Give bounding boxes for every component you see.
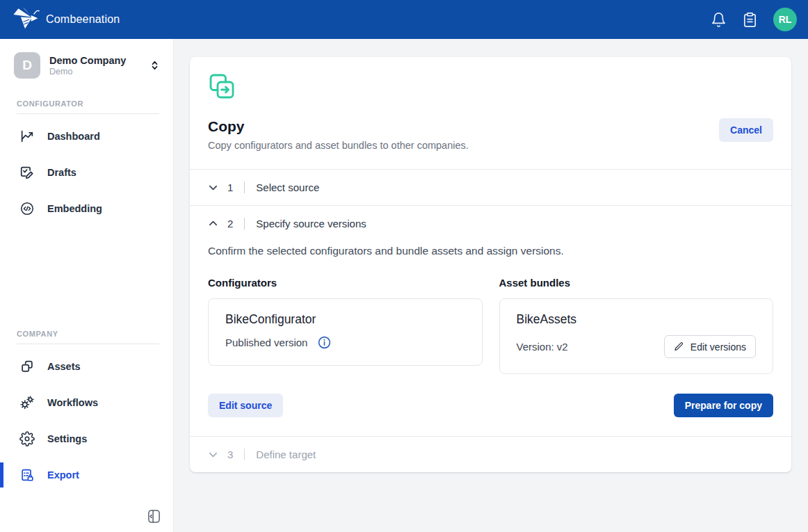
collapse-sidebar-icon[interactable]: [143, 505, 165, 528]
section-label-configurator: CONFIGURATOR: [17, 99, 159, 108]
chevron-down-icon: [208, 449, 218, 460]
step-label: Define target: [256, 449, 316, 460]
company-avatar: D: [14, 52, 40, 79]
step-number: 3: [227, 449, 233, 460]
draft-pencil-icon: [19, 165, 35, 180]
card-title-row: Copy Copy configurators and asset bundle…: [208, 118, 773, 151]
sidebar-item-dashboard[interactable]: Dashboard: [0, 118, 173, 154]
section-divider: [17, 344, 159, 344]
step-number: 1: [227, 182, 233, 193]
user-avatar[interactable]: RL: [773, 8, 797, 31]
chevron-up-icon: [208, 218, 218, 229]
sidebar-item-label: Embedding: [47, 203, 102, 214]
asset-bundle-name: BikeAssets: [517, 312, 757, 327]
configurator-name: BikeConfigurator: [225, 312, 465, 327]
chart-line-icon: [19, 129, 35, 144]
step2-description: Confirm the selected configurators and b…: [208, 245, 773, 257]
sidebar-item-label: Export: [47, 469, 79, 481]
nav-section-company: COMPANY Assets: [0, 330, 173, 493]
sidebar-item-label: Dashboard: [47, 131, 100, 142]
body-row: D Demo Company Demo CONFIGURATOR: [0, 39, 808, 532]
asset-bundle-version-row: Version: v2 E: [517, 335, 757, 358]
copy-arrow-icon: [208, 72, 236, 100]
asset-bundle-item-card: BikeAssets Version: v2: [499, 298, 774, 374]
asset-bundle-version-label: Version: v2: [517, 341, 568, 353]
section-divider: [17, 113, 159, 114]
step-label: Select source: [256, 182, 319, 193]
page-title: Copy: [208, 118, 469, 135]
configurator-item-card: BikeConfigurator Published version: [208, 298, 483, 366]
company-selector[interactable]: D Demo Company Demo: [0, 52, 173, 79]
card-header: Copy Copy configurators and asset bundle…: [190, 57, 791, 169]
configurators-header: Configurators: [208, 277, 483, 289]
step-separator: [244, 449, 245, 460]
step-label: Specify source versions: [256, 218, 366, 229]
cancel-button[interactable]: Cancel: [719, 118, 773, 142]
main-content: Copy Copy configurators and asset bundle…: [174, 39, 808, 532]
step-number: 2: [227, 218, 233, 229]
sidebar-item-label: Workflows: [47, 397, 98, 408]
step-separator: [244, 218, 245, 229]
prepare-for-copy-button[interactable]: Prepare for copy: [674, 394, 773, 417]
info-icon[interactable]: [317, 335, 332, 350]
notifications-bell-icon[interactable]: [711, 12, 727, 28]
asset-bundles-header: Asset bundles: [499, 277, 774, 289]
app-root: Combeenation RL: [0, 0, 808, 532]
step-specify-source-versions: 2Specify source versions Confirm the sel…: [190, 205, 791, 436]
company-name: Demo Company: [49, 55, 140, 66]
sidebar-item-label: Drafts: [47, 167, 76, 178]
sidebar: D Demo Company Demo CONFIGURATOR: [0, 39, 174, 532]
configurator-version-label: Published version: [225, 337, 307, 348]
step2-actions: Edit source Prepare for copy: [208, 394, 773, 417]
export-icon: [19, 467, 35, 483]
asset-bundles-column: Asset bundles BikeAssets Version: v2: [499, 277, 774, 374]
copy-card: Copy Copy configurators and asset bundle…: [190, 57, 791, 472]
configurator-version-row: Published version: [225, 335, 465, 350]
gear-icon: [19, 431, 35, 446]
page-subtitle: Copy configurators and asset bundles to …: [208, 140, 469, 151]
gears-icon: [19, 395, 35, 410]
topbar-actions: RL: [711, 8, 797, 31]
clipboard-icon[interactable]: [742, 12, 758, 28]
step2-body: Confirm the selected configurators and b…: [190, 241, 791, 436]
nav-section-configurator: CONFIGURATOR Dashboard: [0, 99, 173, 227]
code-circle-icon: [19, 201, 35, 216]
brand-name: Combeenation: [46, 13, 120, 26]
section-label-company: COMPANY: [17, 330, 159, 338]
brand[interactable]: Combeenation: [10, 6, 120, 33]
chevron-down-icon: [208, 182, 218, 193]
combeenation-bee-logo-icon: [10, 6, 40, 33]
sidebar-item-export[interactable]: Export: [0, 457, 173, 493]
sidebar-item-label: Assets: [47, 361, 81, 372]
sidebar-item-workflows[interactable]: Workflows: [0, 385, 173, 421]
step2-header[interactable]: 2Specify source versions: [190, 206, 791, 241]
source-columns: Configurators BikeConfigurator Published…: [208, 277, 773, 374]
chevron-up-down-icon: [149, 58, 161, 72]
pencil-icon: [674, 341, 684, 352]
configurators-column: Configurators BikeConfigurator Published…: [208, 277, 483, 374]
sidebar-item-assets[interactable]: Assets: [0, 348, 173, 385]
sidebar-item-label: Settings: [47, 433, 87, 444]
sidebar-item-settings[interactable]: Settings: [0, 421, 173, 457]
edit-source-button[interactable]: Edit source: [208, 394, 283, 417]
card-title-block: Copy Copy configurators and asset bundle…: [208, 118, 469, 151]
company-meta: Demo Company Demo: [49, 55, 140, 76]
step-define-target: 3Define target: [190, 436, 791, 472]
topbar: Combeenation RL: [0, 0, 808, 39]
step-select-source: 1Select source: [190, 169, 791, 205]
edit-versions-label: Edit versions: [690, 342, 746, 352]
sidebar-item-embedding[interactable]: Embedding: [0, 191, 173, 227]
step-separator: [244, 182, 245, 193]
edit-versions-button[interactable]: Edit versions: [664, 335, 756, 358]
step3-header[interactable]: 3Define target: [190, 437, 791, 472]
stacked-squares-icon: [19, 359, 35, 374]
step1-header[interactable]: 1Select source: [190, 170, 791, 205]
company-subtitle: Demo: [49, 67, 140, 76]
sidebar-item-drafts[interactable]: Drafts: [0, 154, 173, 191]
